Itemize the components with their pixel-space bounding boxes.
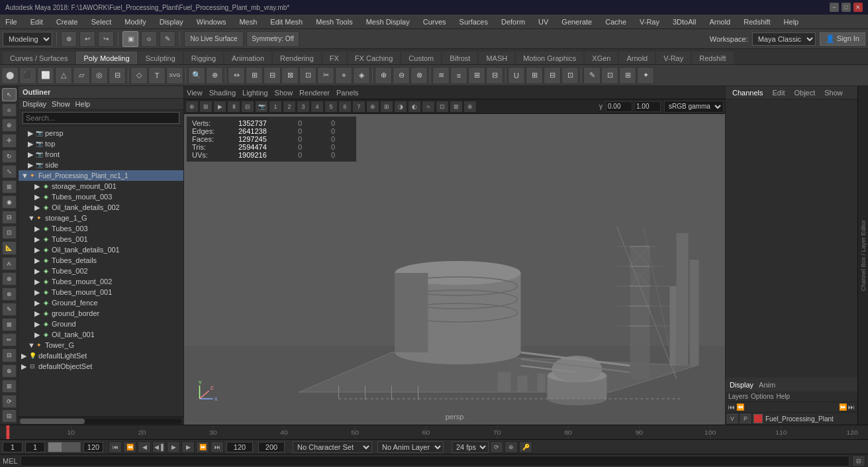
menu-display[interactable]: Display <box>157 17 186 27</box>
menu-3dto[interactable]: 3DtoAll <box>670 17 699 27</box>
play-back-btn[interactable]: ◀▐ <box>152 441 166 453</box>
range-end-input[interactable] <box>83 442 103 452</box>
rivet-tool[interactable]: ⊟ <box>2 348 17 362</box>
vp-btn-display4[interactable]: 4 <box>311 101 324 113</box>
tree-item-tubes003[interactable]: ▶ ◈ Tubes_003 <box>19 223 183 234</box>
vp-menu-show[interactable]: Show <box>275 89 293 97</box>
sculpt-tool[interactable]: ⊠ <box>2 318 17 331</box>
layer-item-fuel[interactable]: V P Fuel_Processing_Plant <box>726 413 857 425</box>
scale-tool[interactable]: ⤡ <box>2 165 17 178</box>
snap-tool[interactable]: ⊡ <box>2 226 17 239</box>
maximize-button[interactable]: □ <box>842 3 851 12</box>
tab-xgen[interactable]: XGen <box>585 52 618 64</box>
rotate-tool[interactable]: ↻ <box>2 150 17 163</box>
tool-smooth[interactable]: ≋ <box>432 67 450 84</box>
measure-tool[interactable]: 📐 <box>2 241 17 254</box>
mel-expand[interactable]: ⊟ <box>852 455 865 467</box>
toolbar-paint[interactable]: ✎ <box>160 31 175 47</box>
vp-btn-grid[interactable]: ⊞ <box>199 101 213 113</box>
channels-tab-object[interactable]: Object <box>791 87 818 98</box>
char-set-select[interactable]: No Character Set <box>293 441 372 453</box>
soft-mod[interactable]: ◉ <box>2 195 17 209</box>
menu-select[interactable]: Select <box>89 17 115 27</box>
menu-redshift[interactable]: Redshift <box>741 17 773 27</box>
vp-btn-ao[interactable]: ◐ <box>408 101 421 113</box>
tool-remesh[interactable]: ⊞ <box>468 67 485 84</box>
menu-create[interactable]: Create <box>54 17 81 27</box>
range-start-input[interactable] <box>3 442 23 452</box>
vp-btn-fog[interactable]: ≈ <box>422 101 435 113</box>
tree-item-ground-fence[interactable]: ▶ ◈ Ground_fence <box>19 297 183 308</box>
layer-prev-prev[interactable]: ⏮ <box>728 403 735 411</box>
tool-append[interactable]: ⊡ <box>299 67 316 84</box>
help-tab[interactable]: Help <box>776 393 790 400</box>
tab-custom[interactable]: Custom <box>401 52 441 64</box>
mel-input[interactable] <box>21 456 849 466</box>
tree-item-persp[interactable]: ▶ 📷 persp <box>19 128 183 138</box>
menu-arnold[interactable]: Arnold <box>706 17 733 27</box>
menu-windows[interactable]: Windows <box>194 17 229 27</box>
channels-tab-display[interactable]: Channels <box>730 87 765 98</box>
outliner-menu-help[interactable]: Help <box>75 100 91 108</box>
layer-next[interactable]: ⏩ <box>839 403 847 411</box>
paint-select[interactable]: ⊕ <box>2 119 17 132</box>
tree-item-tubes-details[interactable]: ▶ ◈ Tubes_details <box>19 255 183 266</box>
vp-menu-view[interactable]: View <box>187 89 203 97</box>
outliner-search-input[interactable] <box>23 112 179 124</box>
menu-cache[interactable]: Cache <box>603 17 629 27</box>
tool-paint2[interactable]: ⊡ <box>601 67 618 84</box>
layer-v-btn[interactable]: V <box>727 414 738 423</box>
menu-modify[interactable]: Modify <box>122 17 148 27</box>
vp-exposure-input[interactable] <box>634 101 661 112</box>
vp-btn-display3[interactable]: 3 <box>297 101 310 113</box>
tab-animation[interactable]: Animation <box>224 52 271 64</box>
tool-sphere[interactable]: ⬤ <box>1 67 19 84</box>
vp-btn-display1[interactable]: 1 <box>269 101 282 113</box>
annotate[interactable]: A <box>2 257 17 270</box>
tool-extrude[interactable]: ⊞ <box>246 67 263 84</box>
minimize-button[interactable]: − <box>830 3 839 12</box>
tool-pipe[interactable]: ⊟ <box>109 67 126 84</box>
vp-menu-panels[interactable]: Panels <box>336 89 359 97</box>
tool-fill[interactable]: ⊠ <box>281 67 299 84</box>
layers-tab[interactable]: Layers <box>728 393 748 400</box>
tool-text[interactable]: T <box>148 67 166 84</box>
vp-colorspace-select[interactable]: sRGB gamma <box>664 101 724 113</box>
tab-curves-surfaces[interactable]: Curves / Surfaces <box>3 52 75 64</box>
vp-btn-snapshot[interactable]: 📷 <box>255 101 268 113</box>
tab-fx-caching[interactable]: FX Caching <box>348 52 400 64</box>
tool-paint3[interactable]: ⊞ <box>619 67 636 84</box>
outliner-menu-display[interactable]: Display <box>23 100 46 108</box>
keyset-btn[interactable]: ⊕ <box>505 441 518 453</box>
tab-rendering[interactable]: Rendering <box>273 52 321 64</box>
tool-separate[interactable]: ⊖ <box>393 67 410 84</box>
menu-file[interactable]: File <box>3 17 20 27</box>
tree-item-front[interactable]: ▶ 📷 front <box>19 149 183 160</box>
vp-btn-motion[interactable]: ⊠ <box>450 101 463 113</box>
paint-effects[interactable]: ✎ <box>2 303 17 316</box>
tab-rigging[interactable]: Rigging <box>184 52 223 64</box>
tool-paint4[interactable]: ✦ <box>637 67 654 84</box>
tree-item-top[interactable]: ▶ 📷 top <box>19 138 183 149</box>
tool-uv3[interactable]: ⊟ <box>544 67 561 84</box>
vp-btn-display5[interactable]: 5 <box>324 101 338 113</box>
sign-in-button[interactable]: 👤 Sign In <box>820 32 865 46</box>
tool-measure[interactable]: ⊕ <box>206 67 223 84</box>
grease-pencil[interactable]: ✏ <box>2 333 17 346</box>
workspace-select[interactable]: Maya Classic <box>752 32 816 46</box>
fps-select[interactable]: 24 fps <box>452 441 489 453</box>
channels-tab-show[interactable]: Show <box>822 87 845 98</box>
vp-btn-display6[interactable]: 6 <box>338 101 352 113</box>
close-button[interactable]: ✕ <box>853 3 863 12</box>
vp-btn-display2[interactable]: 2 <box>283 101 296 113</box>
tool-bevel[interactable]: ⋄ <box>335 67 352 84</box>
cluster-tool[interactable]: ⊕ <box>2 364 17 378</box>
vp-btn-lighting2[interactable]: ⊞ <box>380 101 393 113</box>
tree-item-tubes-mount-002[interactable]: ▶ ◈ Tubes_mount_002 <box>19 276 183 287</box>
history-tool[interactable]: ⟳ <box>2 395 17 408</box>
layer-next-next[interactable]: ⏭ <box>848 403 855 411</box>
tool-paint1[interactable]: ✎ <box>583 67 601 84</box>
tool-retopo[interactable]: ⊟ <box>486 67 503 84</box>
tool-bridge[interactable]: ⊟ <box>264 67 281 84</box>
tree-item-tower-g[interactable]: ▼ ✦ Tower_G <box>19 340 183 350</box>
